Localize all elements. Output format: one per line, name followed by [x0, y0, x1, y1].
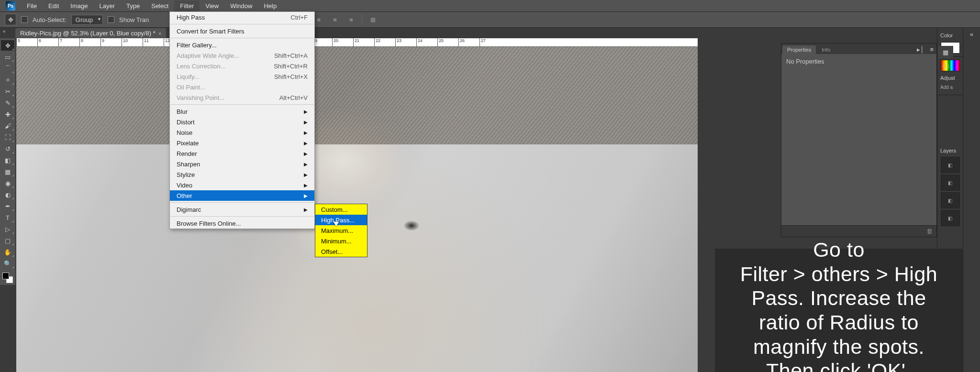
tool-eyedropper[interactable]: ✎ — [1, 98, 14, 108]
layer-thumb[interactable]: ◧ — [941, 157, 960, 173]
other-offset[interactable]: Offset... — [315, 246, 367, 257]
item-label: Distort — [177, 119, 195, 126]
menu-window[interactable]: Window — [224, 0, 258, 11]
filter-sharpen-group[interactable]: Sharpen▶ — [170, 159, 314, 169]
filter-stylize-group[interactable]: Stylize▶ — [170, 169, 314, 180]
filter-digimarc[interactable]: Digimarc▶ — [170, 204, 314, 215]
tool-clone-stamp[interactable]: ⛶ — [1, 132, 14, 142]
ruler-tick: 21 — [353, 38, 374, 46]
menu-edit[interactable]: Edit — [43, 0, 65, 11]
tool-pen[interactable]: ✒ — [1, 201, 14, 211]
menu-filter[interactable]: Filter — [174, 0, 200, 11]
ruler-tick: 8 — [79, 38, 100, 46]
item-label: Other — [177, 192, 192, 199]
tab-info[interactable]: Info — [817, 45, 835, 54]
other-maximum[interactable]: Maximum... — [315, 225, 367, 236]
adjustments-label[interactable]: Adjust — [937, 73, 963, 83]
tool-lasso[interactable]: ⌒ — [1, 63, 14, 74]
ruler-tick: 22 — [374, 38, 395, 46]
chevron-right-icon: ▶ — [304, 151, 308, 156]
filter-liquify[interactable]: Liquify... Shift+Ctrl+X — [170, 71, 314, 82]
ruler-tick: 7 — [58, 38, 79, 46]
filter-render-group[interactable]: Render▶ — [170, 148, 314, 159]
filter-convert-smart[interactable]: Convert for Smart Filters — [170, 26, 314, 36]
filter-vanishing-point[interactable]: Vanishing Point... Alt+Ctrl+V — [170, 92, 314, 103]
menu-separator — [170, 216, 314, 217]
menu-select[interactable]: Select — [145, 0, 174, 11]
options-bar: ✥ Auto-Select: Group Show Tran ≡ ≡ ≡ ≡ ≡… — [0, 11, 980, 28]
properties-panel: Properties Info ▸│ ≡ No Properties 🗑 — [781, 43, 937, 237]
move-tool-icon[interactable]: ✥ — [5, 14, 16, 25]
distribute-icon[interactable]: ≡ — [329, 14, 341, 25]
layer-thumb[interactable]: ◧ — [941, 175, 960, 191]
layers-panel-label[interactable]: Layers — [937, 146, 963, 155]
collapse-panel-icon[interactable]: ▸│ — [914, 45, 927, 54]
menu-layer[interactable]: Layer — [94, 0, 121, 11]
menu-help[interactable]: Help — [258, 0, 282, 11]
color-panel-label[interactable]: Color — [937, 31, 963, 40]
layer-thumb[interactable]: ◧ — [941, 210, 960, 226]
info-icon[interactable]: ⓘ — [938, 60, 953, 73]
filter-adaptive-wide-angle[interactable]: Adaptive Wide Angle... Shift+Ctrl+A — [170, 50, 314, 61]
tool-eraser[interactable]: ◧ — [1, 155, 14, 165]
filter-distort-group[interactable]: Distort▶ — [170, 117, 314, 127]
tool-move[interactable]: ✥ — [1, 40, 14, 51]
trash-icon[interactable]: 🗑 — [926, 228, 933, 235]
histogram-icon[interactable]: ▦ — [938, 46, 953, 58]
item-label: Vanishing Point... — [177, 94, 224, 101]
tool-blur[interactable]: ◉ — [1, 178, 14, 188]
filter-oil-paint[interactable]: Oil Paint... — [170, 82, 314, 92]
filter-noise-group[interactable]: Noise▶ — [170, 127, 314, 138]
collapse-icon[interactable]: « — [3, 29, 6, 34]
tool-history-brush[interactable]: ↺ — [1, 143, 14, 154]
item-label: Pixelate — [177, 140, 199, 147]
divider — [937, 95, 963, 95]
filter-other-group[interactable]: Other▶ — [170, 190, 314, 201]
show-transform-checkbox[interactable] — [108, 16, 114, 23]
expand-icon[interactable]: « — [963, 28, 980, 40]
filter-pixelate-group[interactable]: Pixelate▶ — [170, 138, 314, 148]
tool-spot-heal[interactable]: ✚ — [1, 109, 14, 120]
auto-select-checkbox[interactable] — [21, 16, 28, 23]
tool-type[interactable]: T — [1, 212, 14, 223]
menu-file[interactable]: File — [21, 0, 43, 11]
ruler-tick: 9 — [100, 38, 122, 46]
tool-path-select[interactable]: ▷ — [1, 224, 14, 234]
menu-image[interactable]: Image — [65, 0, 93, 11]
tool-gradient[interactable]: ▦ — [1, 166, 14, 177]
other-minimum[interactable]: Minimum... — [315, 236, 367, 246]
tool-dodge[interactable]: ◐ — [1, 189, 14, 200]
chevron-right-icon: ▶ — [304, 162, 308, 167]
tool-magic-wand[interactable]: ✧ — [1, 75, 14, 85]
filter-lens-correction[interactable]: Lens Correction... Shift+Ctrl+R — [170, 61, 314, 71]
filter-last-used[interactable]: High Pass Ctrl+F — [170, 12, 314, 22]
filter-blur-group[interactable]: Blur▶ — [170, 106, 314, 117]
arrange-icon[interactable]: ⊞ — [367, 14, 379, 25]
filter-gallery[interactable]: Filter Gallery... — [170, 40, 314, 50]
tool-zoom[interactable]: 🔍 — [1, 258, 14, 269]
panel-menu-icon[interactable]: ≡ — [927, 45, 936, 54]
color-swatch[interactable] — [2, 273, 13, 283]
tool-rectangle[interactable]: ▢ — [1, 235, 14, 246]
other-high-pass[interactable]: High Pass... — [315, 215, 367, 225]
item-label: Liquify... — [177, 73, 199, 80]
other-custom[interactable]: Custom... — [315, 204, 367, 215]
item-label: Lens Correction... — [177, 63, 226, 70]
foreground-color[interactable] — [2, 273, 9, 279]
filter-browse-online[interactable]: Browse Filters Online... — [170, 218, 314, 229]
filter-video-group[interactable]: Video▶ — [170, 180, 314, 190]
tab-properties[interactable]: Properties — [782, 45, 816, 54]
tool-crop[interactable]: ✂ — [1, 86, 14, 97]
tool-hand[interactable]: ✋ — [1, 247, 14, 257]
document-tab[interactable]: Ridley-Pics.jpg @ 52.3% (Layer 0, Blue c… — [15, 28, 166, 38]
tool-rect-marquee[interactable]: ▭ — [1, 52, 14, 62]
menu-view[interactable]: View — [200, 0, 224, 11]
auto-select-dropdown[interactable]: Group — [71, 15, 103, 25]
distribute-icon[interactable]: ≡ — [345, 14, 357, 25]
filter-last-label: High Pass — [177, 14, 205, 21]
tool-brush[interactable]: 🖌 — [1, 120, 14, 131]
close-tab-icon[interactable]: × — [158, 31, 161, 36]
menu-type[interactable]: Type — [121, 0, 145, 11]
layer-thumb[interactable]: ◧ — [941, 192, 960, 208]
ruler-tick: 23 — [395, 38, 416, 46]
